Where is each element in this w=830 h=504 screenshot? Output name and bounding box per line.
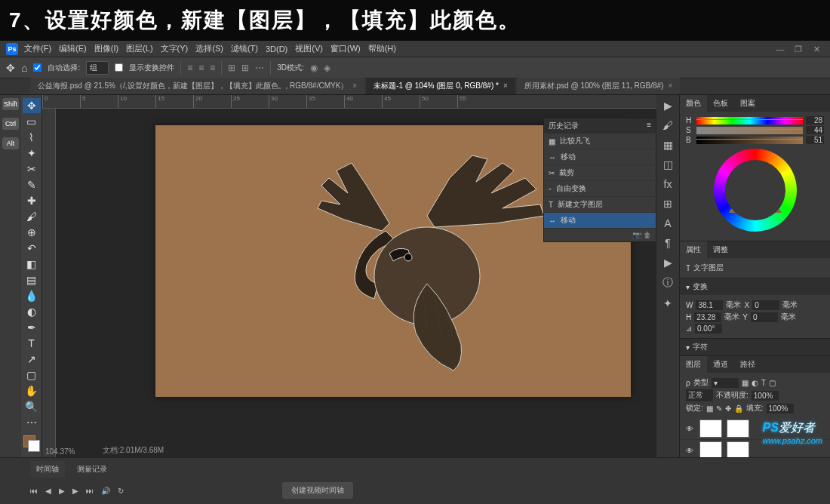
window-close[interactable]: ✕ [809,45,824,54]
menu-select[interactable]: 选择(S) [195,43,223,54]
brush-tool[interactable]: 🖌 [23,209,41,224]
lasso-tool[interactable]: ⌇ [23,130,41,145]
brush-panel-icon[interactable]: 🖌 [662,119,673,131]
eyedropper-tool[interactable]: ✎ [23,177,41,192]
dodge-tool[interactable]: ◐ [23,304,41,319]
path-tool[interactable]: ↗ [23,352,41,367]
distribute-icon[interactable]: ⊞ [241,63,249,73]
paths-tab[interactable]: 路径 [734,356,761,373]
home-icon[interactable]: ⌂ [21,62,27,74]
eraser-tool[interactable]: ◧ [23,257,41,272]
height-field[interactable]: 23.28 [694,312,721,322]
actions-panel-icon[interactable]: ▶ [664,257,672,269]
bri-slider[interactable] [696,137,803,144]
last-frame-icon[interactable]: ⏭ [86,487,94,495]
auto-select-dropdown[interactable]: 组 [86,61,109,75]
adjustments-tab[interactable]: 调整 [707,241,734,258]
mask-thumb[interactable] [727,441,749,457]
layer-thumb[interactable] [699,419,722,438]
show-transform-checkbox[interactable] [115,63,123,72]
history-item[interactable]: T新建文字图层 [544,197,656,213]
libraries-panel-icon[interactable]: ◫ [663,158,673,171]
color-swatch[interactable] [23,435,40,452]
move-tool[interactable]: ✥ [23,98,41,113]
sat-slider[interactable] [696,127,803,134]
auto-select-checkbox[interactable] [33,63,42,72]
doc-tab[interactable]: 所用素材.psd @ 100% (图层 11, RGB/8#)× [517,78,681,94]
pen-tool[interactable]: ✒ [23,320,41,335]
blend-mode[interactable]: 正常 [686,389,713,401]
menu-filter[interactable]: 滤镜(T) [231,43,258,54]
lock-icon[interactable]: 🔒 [734,404,743,413]
menu-3d[interactable]: 3D(D) [266,45,287,54]
nav-panel-icon[interactable]: ✦ [663,297,672,309]
color-wheel[interactable] [714,149,797,232]
x-field[interactable]: 0 [752,300,779,310]
mask-thumb[interactable] [727,419,749,438]
lock-icon[interactable]: ✥ [725,404,731,413]
history-item[interactable]: ▫自由变换 [544,181,656,197]
canvas-viewport[interactable]: 0510152025303540455055 历史 [42,95,656,457]
history-item[interactable]: ✂裁剪 [544,165,656,181]
history-item[interactable]: ▦比较凡飞 [544,134,656,149]
hue-slider[interactable] [696,117,803,124]
sat-value[interactable]: 44 [806,126,824,134]
visibility-toggle[interactable]: 👁 [684,447,695,455]
stamp-tool[interactable]: ⊕ [23,225,41,240]
healing-tool[interactable]: ✚ [23,193,41,208]
doc-tab[interactable]: 公益海报.psd @ 21.5%（/,设置好颜色，新建【图层】，【填充】此颜色。… [30,78,364,94]
layer-thumb[interactable] [699,441,722,457]
zoom-tool[interactable]: 🔍 [23,399,41,414]
para-panel-icon[interactable]: ¶ [665,237,671,249]
filter-icon[interactable]: T [761,379,766,387]
history-item[interactable]: ↔移动 [544,213,656,229]
filter-icon[interactable]: ▢ [769,379,776,387]
close-icon[interactable]: × [668,81,672,90]
expand-icon[interactable]: ▶ [664,100,672,112]
collapse-icon[interactable]: ▾ [686,343,690,352]
distribute-icon[interactable]: ⊞ [228,63,235,73]
doc-tab[interactable]: 未标题-1 @ 104% (图层 0, RGB/8#) *× [366,78,515,94]
filter-icon[interactable]: ◐ [752,379,758,387]
properties-tab[interactable]: 属性 [680,241,707,258]
loop-icon[interactable]: ↻ [118,487,124,495]
gradient-tool[interactable]: ▤ [23,272,41,287]
color-tab[interactable]: 颜色 [680,95,707,112]
zoom-readout[interactable]: 104.37% [45,447,75,456]
info-panel-icon[interactable]: ⓘ [662,276,673,290]
audio-icon[interactable]: 🔊 [101,487,110,495]
swatches-panel-icon[interactable]: ▦ [663,139,673,151]
menu-edit[interactable]: 编辑(E) [59,43,87,54]
snapshot-icon[interactable]: 📷 [632,231,641,239]
timeline-tab[interactable]: 时间轴 [30,461,65,478]
collapse-icon[interactable]: ▾ [686,283,690,291]
next-frame-icon[interactable]: ▶ [72,487,78,495]
3d-icon[interactable]: ◈ [324,63,330,73]
prev-frame-icon[interactable]: ◀ [45,487,51,495]
blur-tool[interactable]: 💧 [23,288,41,303]
swatches-tab[interactable]: 色板 [707,95,734,112]
menu-window[interactable]: 窗口(W) [330,43,361,54]
window-minimize[interactable]: — [773,45,788,54]
background-color[interactable] [28,440,40,452]
styles-panel-icon[interactable]: fx [664,178,672,190]
align-icon[interactable]: ≡ [210,63,215,73]
menu-help[interactable]: 帮助(H) [368,43,396,54]
lock-icon[interactable]: ▦ [706,404,713,413]
channels-tab[interactable]: 通道 [707,356,734,373]
panel-menu-icon[interactable]: ≡ [647,121,651,131]
char-panel-icon[interactable]: A [664,217,671,229]
more-icon[interactable]: ⋯ [255,63,264,73]
bri-value[interactable]: 51 [806,136,824,144]
history-brush-tool[interactable]: ↶ [23,241,41,256]
filter-icon[interactable]: ▦ [742,379,749,387]
clone-panel-icon[interactable]: ⊞ [663,198,672,210]
delete-icon[interactable]: 🗑 [644,231,651,239]
filter-kind[interactable]: ▾ [712,378,739,388]
more-tools[interactable]: ⋯ [23,415,41,430]
3d-icon[interactable]: ◉ [310,63,318,73]
first-frame-icon[interactable]: ⏮ [30,487,38,495]
visibility-toggle[interactable]: 👁 [684,425,695,433]
crop-tool[interactable]: ✂ [23,161,41,177]
menu-layer[interactable]: 图层(L) [126,43,152,54]
